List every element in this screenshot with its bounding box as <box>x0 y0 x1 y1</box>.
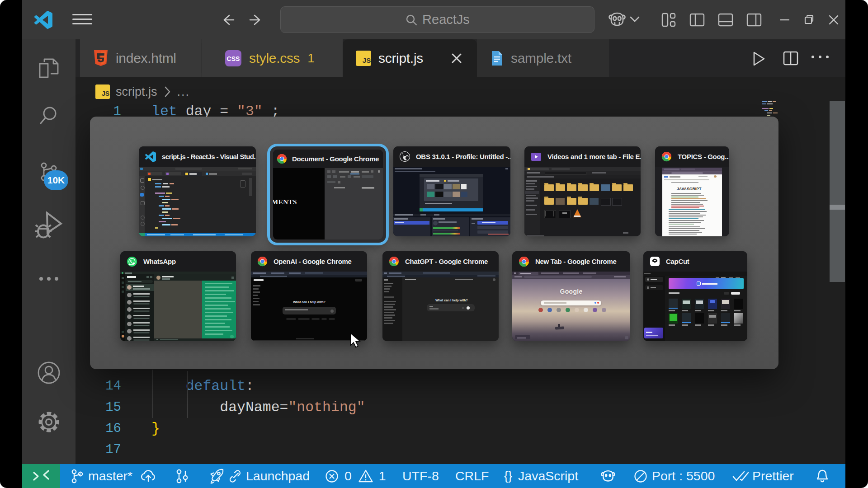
svg-text:JS: JS <box>363 56 371 64</box>
svg-text:CSS: CSS <box>227 55 240 62</box>
svg-text:JS: JS <box>102 90 109 97</box>
